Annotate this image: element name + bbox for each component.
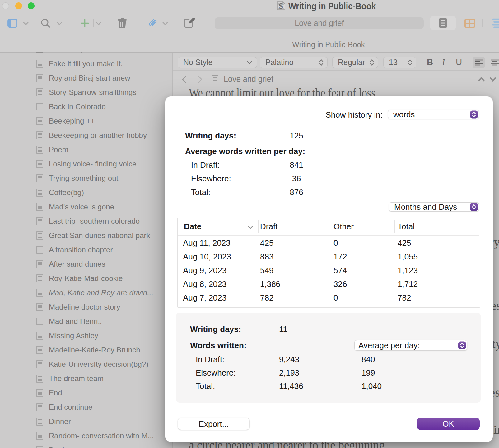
svg-text:S: S <box>279 2 283 10</box>
